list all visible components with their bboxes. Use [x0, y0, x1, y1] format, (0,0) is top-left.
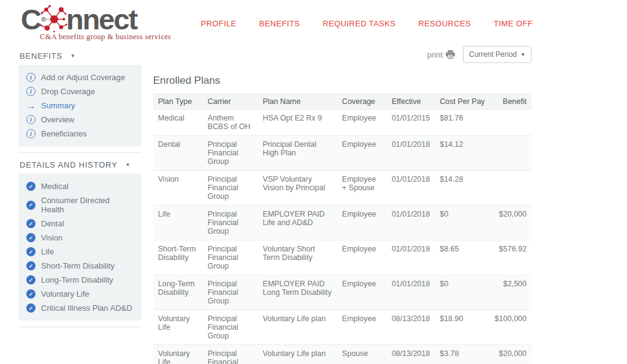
cell-cost-per-pay: $0 [435, 275, 490, 310]
cell-carrier: Principal Financial Group [203, 345, 258, 364]
nav-item-benefits[interactable]: BENEFITS [259, 19, 300, 28]
cell-carrier: Principal Financial Group [203, 240, 258, 275]
sidebar-item-beneficiaries[interactable]: iBeneficiaries [18, 127, 141, 141]
cell-carrier: Principal Financial Group [203, 275, 258, 310]
sidebar-section-header-details-and-history[interactable]: DETAILS AND HISTORY▼ [20, 160, 141, 169]
sidebar-section-title: DETAILS AND HISTORY [20, 160, 118, 169]
sidebar-item-long-term-disability[interactable]: ✓Long-Term Disability [18, 273, 141, 287]
cell-effective: 01/01/2018 [387, 136, 435, 171]
cell-benefit: $576.92 [490, 240, 531, 275]
cell-plan-name: EMPLOYER PAID Life and AD&D [258, 206, 337, 240]
table-row: Voluntary LifePrincipal Financial GroupV… [153, 310, 531, 345]
chevron-down-icon: ▼ [70, 53, 75, 59]
cell-carrier: Principal Financial Group [203, 206, 258, 240]
cell-plan-name: Principal Dental High Plan [258, 136, 337, 171]
sidebar-item-label: Long-Term Disability [41, 275, 113, 284]
cell-effective: 01/01/2018 [387, 206, 435, 240]
sidebar-item-critical-illness-plan-ad-d[interactable]: ✓Critical Illness Plan AD&D [18, 301, 141, 315]
sidebar-item-label: Dental [41, 219, 64, 228]
column-header-cost-per-pay: Cost Per Pay [435, 94, 490, 110]
cell-plan-type: Short-Term Disability [153, 240, 203, 275]
sidebar-item-vision[interactable]: ✓Vision [18, 231, 141, 245]
cell-cost-per-pay: $3.78 [435, 345, 490, 364]
logo-wordmark: C nnect [21, 2, 171, 37]
cell-plan-type: Voluntary Life [153, 345, 203, 364]
plans-table-head-row: Plan TypeCarrierPlan NameCoverageEffecti… [153, 94, 531, 110]
sidebar-item-overview[interactable]: iOverview [18, 113, 141, 127]
cell-plan-type: Vision [153, 171, 203, 206]
cell-effective: 01/01/2018 [387, 240, 435, 275]
column-header-plan-name: Plan Name [258, 94, 337, 110]
cell-plan-name: HSA Opt E2 Rx 9 [258, 110, 337, 136]
sidebar-item-short-term-disability[interactable]: ✓Short-Term Disability [18, 259, 141, 273]
period-select[interactable]: Current Period ▼ [463, 46, 531, 63]
nav-item-resources[interactable]: RESOURCES [418, 19, 471, 28]
logo-network-icon [39, 4, 67, 32]
sidebar-item-medical[interactable]: ✓Medical [18, 179, 141, 193]
logo-tagline: C&A benefits group & business services [40, 32, 171, 42]
info-icon: i [26, 129, 36, 138]
sidebar-item-life[interactable]: ✓Life [18, 245, 141, 259]
sidebar-item-dental[interactable]: ✓Dental [18, 217, 141, 231]
printer-icon [446, 50, 455, 59]
sidebar: BENEFITS▼iAdd or Adjust CoverageiDrop Co… [18, 51, 141, 335]
cell-benefit [490, 171, 531, 206]
divider [18, 327, 141, 327]
sidebar-section-header-benefits[interactable]: BENEFITS▼ [20, 51, 141, 61]
chevron-down-icon: ▼ [520, 52, 525, 58]
print-button[interactable]: print [427, 50, 455, 59]
check-icon: ✓ [26, 247, 36, 256]
check-icon: ✓ [26, 233, 36, 242]
sidebar-item-consumer-directed-health[interactable]: ✓Consumer Directed Health [18, 193, 141, 217]
sidebar-item-summary[interactable]: →Summary [18, 98, 141, 113]
cell-cost-per-pay: $14.12 [435, 136, 490, 171]
cell-coverage: Employee [337, 240, 387, 275]
main-content: Enrolled Plans Plan TypeCarrierPlan Name… [153, 75, 531, 364]
cell-plan-type: Life [153, 206, 203, 240]
cell-plan-name: Voluntary Life plan [258, 345, 337, 364]
cell-plan-type: Medical [153, 110, 203, 136]
logo[interactable]: C nnect C&A benefits group & business se… [21, 2, 171, 42]
table-row: Voluntary LifePrincipal Financial GroupV… [153, 345, 531, 364]
cell-effective: 01/01/2018 [387, 171, 435, 206]
cell-cost-per-pay: $0 [435, 206, 490, 240]
nav-item-profile[interactable]: PROFILE [201, 19, 236, 28]
sidebar-item-label: Critical Illness Plan AD&D [41, 303, 132, 313]
info-icon: i [26, 115, 36, 124]
cell-cost-per-pay: $8.65 [435, 240, 490, 275]
sidebar-item-add-or-adjust-coverage[interactable]: iAdd or Adjust Coverage [18, 70, 141, 84]
sidebar-item-voluntary-life[interactable]: ✓Voluntary Life [18, 287, 141, 301]
cell-benefit [490, 136, 531, 171]
nav-item-time-off[interactable]: TIME OFF [494, 19, 533, 28]
check-icon: ✓ [26, 182, 36, 191]
page: { "brand": { "name_start": "C", "name_en… [0, 0, 627, 364]
enrolled-plans-table: Plan TypeCarrierPlan NameCoverageEffecti… [153, 94, 531, 364]
sidebar-item-label: Beneficiaries [41, 129, 86, 138]
check-icon: ✓ [26, 275, 36, 284]
sidebar-item-label: Drop Coverage [41, 87, 95, 96]
table-row: VisionPrincipal Financial GroupVSP Volun… [153, 171, 531, 206]
check-icon: ✓ [26, 261, 36, 270]
cell-carrier: Principal Financial Group [203, 136, 258, 171]
divider [18, 152, 141, 153]
sidebar-item-label: Overview [41, 115, 74, 124]
table-row: Short-Term DisabilityPrincipal Financial… [153, 240, 531, 275]
sidebar-section-title: BENEFITS [20, 51, 62, 61]
sidebar-group: iAdd or Adjust CoverageiDrop Coverage→Su… [18, 65, 141, 146]
cell-carrier: Principal Financial Group [203, 310, 258, 345]
cell-plan-name: Voluntary Short Term Disability [258, 240, 337, 275]
column-header-coverage: Coverage [337, 94, 387, 110]
cell-cost-per-pay: $18.90 [435, 310, 490, 345]
column-header-carrier: Carrier [203, 94, 258, 110]
cell-plan-name: VSP Voluntary Vision by Principal [258, 171, 337, 206]
sidebar-item-label: Medical [41, 182, 69, 191]
cell-coverage: Employee [337, 136, 387, 171]
sidebar-item-drop-coverage[interactable]: iDrop Coverage [18, 84, 141, 98]
nav-item-required-tasks[interactable]: REQUIRED TASKS [323, 19, 396, 28]
cell-coverage: Employee [337, 110, 387, 136]
cell-coverage: Employee + Spouse [337, 171, 387, 206]
logo-text-end: nnect [66, 3, 137, 35]
table-row: DentalPrincipal Financial GroupPrincipal… [153, 136, 531, 171]
logo-text-start: C [21, 3, 40, 35]
cell-benefit: $20,000 [490, 206, 531, 240]
